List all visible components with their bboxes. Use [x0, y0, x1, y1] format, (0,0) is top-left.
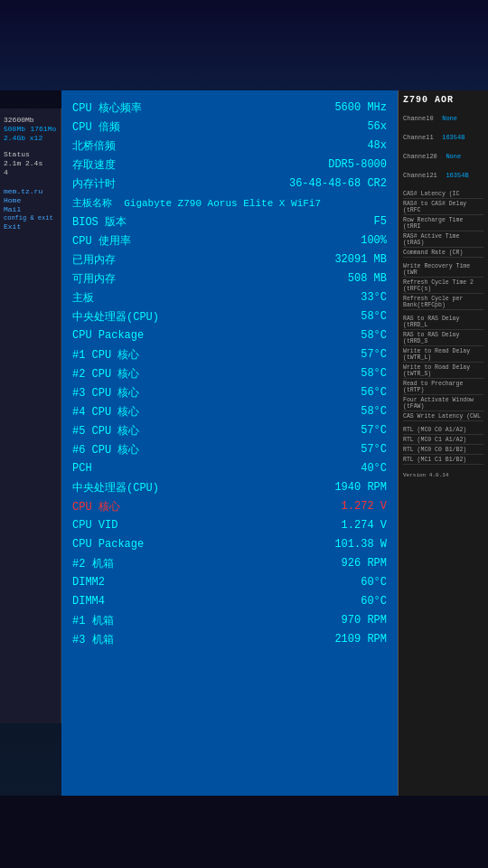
table-row: CPU 核心频率 5600 MHz	[72, 99, 387, 116]
table-row: 主板 33°C	[72, 289, 387, 306]
table-row: CPU 使用率 100%	[72, 232, 387, 249]
sidebar-link-0[interactable]: mem.tz.ru	[4, 187, 57, 195]
channel-0-label: Channel0	[403, 115, 434, 122]
setting-1: RAS# to CAS# Delay (tRFC	[403, 201, 483, 215]
channel-0: Channel0 None	[403, 108, 483, 125]
version-text: Version 4.0.14	[403, 472, 483, 478]
sidebar-link-1[interactable]: Home	[4, 196, 57, 204]
table-row: DIMM2 60°C	[72, 574, 387, 590]
sidebar-memory-value3: 1761Mo	[30, 125, 56, 133]
setting-rtl-0: RTL (MC0 C0 A1/A2)	[403, 427, 483, 435]
table-row: CPU Package 58°C	[72, 327, 387, 344]
table-row: CPU VID 1.274 V	[72, 517, 387, 533]
row-value-2: 48x	[367, 139, 387, 152]
right-settings-section: CAS# Latency (IC RAS# to CAS# Delay (tRF…	[403, 191, 483, 478]
channel-20: Channel20 None	[403, 146, 483, 163]
table-row: #6 CPU 核心 57°C	[72, 441, 387, 458]
setting-5: Write Recovery Time (tWR	[403, 263, 483, 278]
row-value-0: 5600 MHz	[334, 101, 387, 114]
sidebar-status-label: Status	[4, 150, 57, 158]
row-value-1: 56x	[367, 120, 387, 133]
channel-20-label: Channel20	[403, 153, 437, 160]
table-row: 北桥倍频 48x	[72, 137, 387, 154]
row-label-2: 北桥倍频	[72, 138, 116, 154]
table-row: CPU 核心 1.272 V	[72, 498, 387, 514]
row-value-15: 56°C	[361, 386, 387, 399]
row-label-3: 存取速度	[72, 157, 116, 173]
row-label-4: 内存计时	[72, 176, 116, 192]
setting-14: CAS Write Latency (CWL	[403, 413, 483, 421]
channel-1-label: Channel1	[403, 134, 434, 141]
row-value-9: 508 MB	[348, 272, 387, 285]
sidebar-status-section: Status 2.1m 2.4s 4	[4, 150, 57, 176]
row-label-28: #3 机箱	[72, 632, 114, 647]
row-value-25: 60°C	[361, 576, 387, 589]
row-label-16: #4 CPU 核心	[72, 404, 139, 420]
table-row: 可用内存 508 MB	[72, 270, 387, 287]
table-row: #3 机箱 2109 RPM	[72, 631, 387, 647]
row-label-17: #5 CPU 核心	[72, 423, 139, 439]
row-value-26: 60°C	[361, 595, 387, 608]
row-label-20: 中央处理器(CPU)	[72, 480, 159, 495]
table-row: #1 CPU 核心 57°C	[72, 346, 387, 363]
row-label-25: DIMM2	[72, 576, 105, 589]
row-label-10: 主板	[72, 290, 94, 306]
row-value-12: 58°C	[361, 329, 387, 342]
row-label-18: #6 CPU 核心	[72, 442, 139, 458]
table-row: 中央处理器(CPU) 58°C	[72, 308, 387, 325]
right-panel-title: Z790 AOR	[403, 95, 483, 105]
table-row: CPU Package 101.38 W	[72, 536, 387, 552]
sidebar-links: mem.tz.ru Home Mail config & exit Exit	[4, 187, 57, 231]
channel-section: Channel0 None Channel1 16354B Channel20 …	[403, 108, 483, 182]
row-value-28: 2109 RPM	[334, 633, 387, 646]
row-value-4: 36-48-48-68 CR2	[289, 177, 387, 190]
row-label-7: CPU 使用率	[72, 233, 131, 249]
row-label-27: #1 机箱	[72, 613, 114, 628]
sidebar-status-count: 4	[4, 168, 57, 176]
bottom-decoration	[0, 796, 488, 868]
row-label-21: CPU 核心	[72, 499, 120, 514]
table-row: #4 CPU 核心 58°C	[72, 403, 387, 420]
setting-rtl-2: RTL (MC0 C0 B1/B2)	[403, 447, 483, 455]
setting-10: Write to Read Delay (tWTR_L)	[403, 348, 483, 363]
table-row: PCH 40°C	[72, 460, 387, 476]
row-value-8: 32091 MB	[334, 253, 387, 266]
table-row: BIOS 版本 F5	[72, 213, 387, 230]
row-label-22: CPU VID	[72, 519, 117, 532]
table-row: 存取速度 DDR5-8000	[72, 156, 387, 173]
setting-8: RAS to RAS Delay (tRRD_L	[403, 316, 483, 330]
sidebar-memory-label: 32600Mb	[4, 116, 34, 124]
row-value-13: 57°C	[361, 348, 387, 361]
sidebar-memory-value2: 508Mb	[4, 125, 25, 133]
row-value-21: 1.272 V	[342, 500, 387, 513]
row-label-0: CPU 核心频率	[72, 100, 142, 116]
row-value-18: 57°C	[361, 443, 387, 456]
row-label-11: 中央处理器(CPU)	[72, 309, 159, 325]
left-sidebar: 32600Mb 508Mb 1761Mo 2.4Gb x12 Status 2.…	[0, 108, 61, 723]
table-row: CPU 倍频 56x	[72, 118, 387, 135]
row-value-3: DDR5-8000	[328, 158, 387, 171]
row-label-12: CPU Package	[72, 329, 144, 342]
row-label-23: CPU Package	[72, 538, 144, 551]
channel-21-value: 16354B	[446, 172, 468, 179]
table-row: 已用内存 32091 MB	[72, 251, 387, 268]
sidebar-link-4[interactable]: Exit	[4, 222, 57, 231]
row-label-24: #2 机箱	[72, 556, 114, 571]
setting-4: Command Rate (CR)	[403, 250, 483, 258]
channel-1: Channel1 16354B	[403, 127, 483, 144]
table-row: #2 机箱 926 RPM	[72, 555, 387, 571]
table-row: #1 机箱 970 RPM	[72, 612, 387, 628]
table-row: #2 CPU 核心 58°C	[72, 365, 387, 382]
row-label-1: CPU 倍频	[72, 119, 120, 135]
table-row: #3 CPU 核心 56°C	[72, 384, 387, 401]
row-value-17: 57°C	[361, 424, 387, 437]
top-decoration	[0, 0, 488, 90]
row-value-24: 926 RPM	[342, 557, 387, 570]
row-label-8: 已用内存	[72, 252, 116, 268]
sidebar-link-2[interactable]: Mail	[4, 205, 57, 213]
row-value-16: 58°C	[361, 405, 387, 418]
table-row: 内存计时 36-48-48-68 CR2	[72, 175, 387, 192]
setting-12: Read to Precharge (tRTP)	[403, 381, 483, 395]
row-label-6: BIOS 版本	[72, 214, 127, 230]
sidebar-link-3[interactable]: config & exit	[4, 214, 57, 222]
